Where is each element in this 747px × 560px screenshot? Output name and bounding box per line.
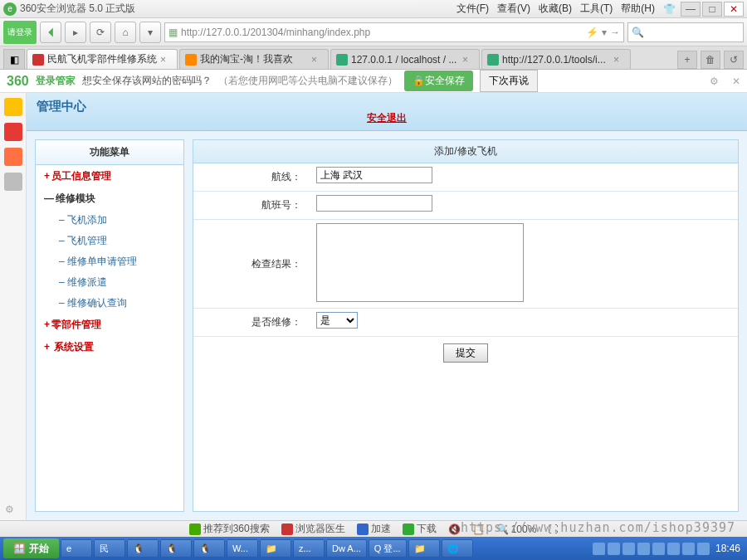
zoom-level[interactable]: 🔍100%	[496, 523, 537, 535]
task-ie[interactable]: e	[61, 539, 92, 558]
tab-close-icon[interactable]: ×	[613, 54, 625, 66]
later-button[interactable]: 下次再说	[480, 70, 538, 92]
close-button[interactable]: ✕	[724, 2, 744, 17]
favorites-icon[interactable]	[4, 98, 22, 116]
dropdown-icon[interactable]: ▾	[602, 27, 607, 38]
repair-label: 是否维修：	[193, 309, 310, 336]
task-11[interactable]: 📁	[408, 539, 440, 558]
favorites-sidebar-button[interactable]: ◧	[3, 49, 25, 69]
infobar-close-icon[interactable]: ✕	[732, 75, 740, 87]
tray-icon[interactable]	[652, 543, 665, 555]
menu-file[interactable]: 文件(F)	[456, 2, 489, 16]
menu-manage-plane[interactable]: 飞机管理	[36, 231, 183, 251]
tab-close-icon[interactable]: ×	[311, 54, 323, 66]
clock[interactable]: 18:46	[715, 543, 740, 554]
task-5[interactable]: 🐧	[193, 539, 225, 558]
side-icon-2[interactable]	[4, 123, 22, 141]
system-tray: 18:46	[593, 543, 744, 555]
form-panel: 添加/修改飞机 航线： 航班号： 检查结果： 是否维修： 是 提交	[193, 139, 739, 512]
task-word[interactable]: W...	[227, 539, 258, 558]
resize-icon[interactable]: ⛶	[548, 523, 558, 535]
dropdown-button[interactable]: ▾	[139, 22, 161, 43]
new-tab-button[interactable]: +	[677, 51, 697, 69]
settings-icon[interactable]: ⚙	[5, 504, 14, 515]
home-button[interactable]: ⌂	[115, 22, 136, 43]
menu-repair[interactable]: —维修模块	[36, 187, 183, 210]
tray-icon[interactable]	[593, 543, 605, 555]
tab-2[interactable]: 我的淘宝-淘！我喜欢 ×	[179, 49, 329, 69]
tab-favicon	[185, 54, 197, 66]
menu-repair-dispatch[interactable]: 维修派遣	[36, 272, 183, 293]
task-dw[interactable]: Dw A...	[326, 539, 367, 558]
side-icon-4[interactable]	[4, 173, 22, 191]
tab-close-icon[interactable]: ×	[160, 54, 172, 66]
task-12[interactable]: 🌐	[442, 539, 473, 558]
weibo-icon[interactable]	[4, 148, 22, 166]
trash-button[interactable]: 🗑	[701, 51, 720, 69]
gear-icon[interactable]: ⚙	[710, 75, 719, 87]
menu-parts[interactable]: +零部件管理	[36, 314, 183, 336]
menu-tools[interactable]: 工具(T)	[580, 2, 613, 16]
tab-4[interactable]: http://127.0.0.1/tools/i... ×	[481, 49, 631, 69]
task-z[interactable]: z...	[293, 539, 325, 558]
tray-icon[interactable]	[697, 543, 710, 555]
browser-doctor[interactable]: 浏览器医生	[281, 522, 345, 536]
task-3[interactable]: 🐧	[127, 539, 159, 558]
flight-input[interactable]	[316, 195, 432, 212]
tray-icon[interactable]	[637, 543, 650, 555]
restore-button[interactable]: ↺	[724, 51, 744, 69]
refresh-button[interactable]: ⟳	[90, 22, 111, 43]
popup-icon[interactable]: 📋	[472, 523, 485, 535]
task-7[interactable]: 📁	[260, 539, 291, 558]
page-icon: ▦	[168, 27, 178, 38]
minimize-button[interactable]: —	[681, 2, 701, 17]
tab-label: 我的淘宝-淘！我喜欢	[200, 52, 308, 66]
task-qq[interactable]: Q 登...	[369, 539, 407, 558]
address-bar[interactable]: ▦ ⚡ ▾ →	[164, 22, 624, 42]
menu-view[interactable]: 查看(V)	[497, 2, 530, 16]
logo-text: 登录管家	[36, 74, 76, 88]
login-box[interactable]: 请登录	[3, 21, 37, 44]
menu-help[interactable]: 帮助(H)	[621, 2, 655, 16]
start-button[interactable]: 🪟开始	[3, 538, 59, 558]
tray-icon[interactable]	[682, 543, 695, 555]
password-save-bar: 360 登录管家 想安全保存该网站的密码吗？ （若您使用网吧等公共电脑不建议保存…	[0, 70, 747, 93]
tab-close-icon[interactable]: ×	[462, 54, 474, 66]
tab-label: http://127.0.0.1/tools/i...	[502, 54, 610, 66]
tab-1[interactable]: 民航飞机零部件维修系统 ×	[27, 49, 178, 69]
browser-toolbar: 请登录 ▸ ⟳ ⌂ ▾ ▦ ⚡ ▾ → 🔍	[0, 18, 747, 46]
menu-repair-confirm[interactable]: 维修确认查询	[36, 293, 183, 314]
tshirt-icon[interactable]: 👕	[663, 3, 676, 15]
menu-favorites[interactable]: 收藏(B)	[539, 2, 572, 16]
save-password-button[interactable]: 🔒安全保存	[404, 71, 473, 91]
submit-button[interactable]: 提交	[443, 343, 488, 363]
menu-settings[interactable]: + 系统设置	[36, 336, 183, 358]
maximize-button[interactable]: □	[702, 2, 722, 17]
repair-select[interactable]: 是	[316, 312, 358, 329]
app-body: 功能菜单 +员工信息管理 —维修模块 飞机添加 飞机管理 维修单申请管理 维修派…	[27, 131, 747, 520]
tab-3[interactable]: 127.0.0.1 / localhost / ... ×	[330, 49, 480, 69]
recommend-search[interactable]: 推荐到360搜索	[189, 522, 270, 536]
task-app[interactable]: 民	[94, 539, 125, 558]
menu-staff[interactable]: +员工信息管理	[36, 165, 183, 187]
check-label: 检查结果：	[193, 220, 310, 308]
mute-icon[interactable]: 🔇	[448, 523, 461, 535]
menu-repair-apply[interactable]: 维修单申请管理	[36, 251, 183, 272]
compat-icon[interactable]: ⚡	[586, 27, 598, 38]
logout-link[interactable]: 安全退出	[367, 112, 407, 124]
menu-bar: 文件(F) 查看(V) 收藏(B) 工具(T) 帮助(H)	[456, 2, 655, 16]
accelerate[interactable]: 加速	[357, 522, 391, 536]
tray-icon[interactable]	[622, 543, 635, 555]
url-input[interactable]	[181, 27, 583, 38]
route-input[interactable]	[316, 167, 432, 183]
menu-add-plane[interactable]: 飞机添加	[36, 210, 183, 231]
tray-icon[interactable]	[608, 543, 620, 555]
go-button[interactable]: →	[610, 27, 620, 38]
tray-icon[interactable]	[667, 543, 680, 555]
forward-button[interactable]: ▸	[65, 22, 86, 43]
task-4[interactable]: 🐧	[160, 539, 192, 558]
search-bar[interactable]: 🔍	[627, 22, 744, 42]
back-button[interactable]	[40, 22, 61, 43]
check-textarea[interactable]	[316, 223, 524, 302]
download[interactable]: 下载	[403, 522, 437, 536]
